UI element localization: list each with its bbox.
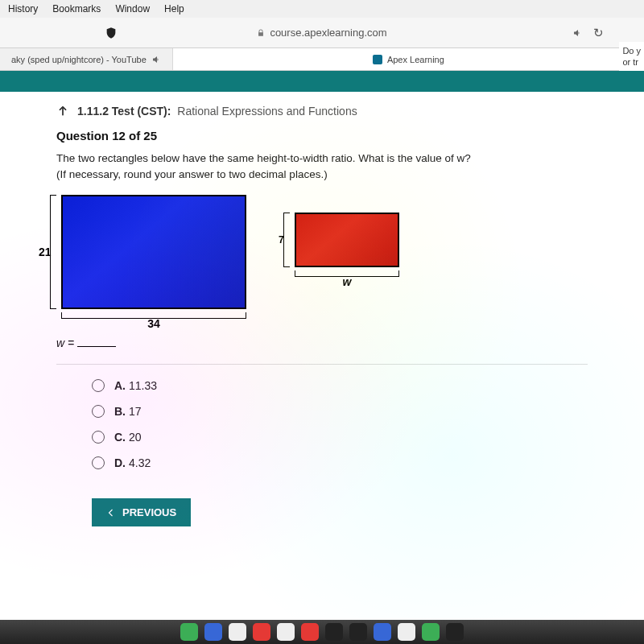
refresh-icon[interactable]: ↻ — [593, 26, 604, 40]
menubar-item-window[interactable]: Window — [115, 3, 150, 14]
option-d[interactable]: D.4.32 — [92, 456, 588, 469]
dock-item[interactable] — [446, 623, 464, 641]
red-rectangle-group: 7 w — [295, 213, 399, 267]
address-bar[interactable]: course.apexlearning.com — [257, 27, 386, 39]
red-rectangle — [295, 213, 399, 267]
radio-icon[interactable] — [92, 405, 105, 418]
question-body: The two rectangles below have the same h… — [56, 151, 475, 182]
option-b[interactable]: B.17 — [92, 405, 588, 418]
blue-height-label: 21 — [39, 195, 52, 309]
tab-label: aky (sped up/nightcore) - YouTube — [11, 55, 147, 64]
shield-icon[interactable] — [105, 27, 118, 39]
dock-item[interactable] — [374, 623, 391, 641]
red-width-label: w — [295, 275, 399, 288]
tab-bar: aky (sped up/nightcore) - YouTube Apex L… — [0, 48, 644, 71]
dock-item[interactable] — [253, 623, 270, 641]
breadcrumb: 1.11.2 Test (CST): Rational Expressions … — [56, 105, 588, 118]
speaker-icon[interactable] — [572, 28, 582, 38]
answer-blank — [77, 346, 116, 347]
mac-menubar: History Bookmarks Window Help — [0, 0, 644, 18]
blue-width-label: 34 — [61, 317, 246, 330]
menubar-item-help[interactable]: Help — [164, 3, 184, 14]
tab-apex-learning[interactable]: Apex Learning — [173, 48, 644, 70]
dock-item[interactable] — [277, 623, 295, 641]
red-height-label: 7 — [279, 213, 284, 267]
truncated-sidebar-text: Do y or tr — [619, 42, 644, 72]
radio-icon[interactable] — [92, 456, 105, 469]
tab-youtube[interactable]: aky (sped up/nightcore) - YouTube — [0, 48, 173, 70]
option-a[interactable]: A.11.33 — [92, 379, 588, 392]
lock-icon — [257, 28, 265, 38]
answer-options: A.11.33 B.17 C.20 D.4.32 — [92, 379, 588, 469]
blue-rectangle — [61, 195, 246, 309]
app-header-bar — [0, 71, 644, 92]
dock-item[interactable] — [325, 623, 343, 641]
tab-label: Apex Learning — [387, 55, 444, 64]
mac-dock — [0, 620, 644, 644]
menubar-item-bookmarks[interactable]: Bookmarks — [52, 3, 101, 14]
option-c[interactable]: C.20 — [92, 431, 588, 444]
back-arrow-icon[interactable] — [56, 105, 69, 118]
breadcrumb-code: 1.11.2 Test (CST): — [77, 105, 171, 118]
url-text: course.apexlearning.com — [270, 27, 386, 39]
previous-button[interactable]: PREVIOUS — [92, 498, 191, 526]
dock-item[interactable] — [398, 623, 415, 641]
speaker-icon[interactable] — [151, 55, 161, 64]
apex-favicon-icon — [373, 55, 382, 64]
answer-variable-line: w = — [56, 336, 588, 349]
dock-item[interactable] — [301, 623, 319, 641]
breadcrumb-title: Rational Expressions and Functions — [177, 105, 357, 118]
dock-item[interactable] — [349, 623, 367, 641]
blue-rectangle-group: 21 34 — [61, 195, 246, 309]
question-heading: Question 12 of 25 — [56, 129, 588, 142]
rectangles-diagram: 21 34 7 w — [61, 195, 588, 309]
menubar-item-history[interactable]: History — [8, 3, 38, 14]
dock-item[interactable] — [422, 623, 440, 641]
radio-icon[interactable] — [92, 379, 105, 392]
dock-item[interactable] — [204, 623, 222, 641]
dock-item[interactable] — [180, 623, 198, 641]
dock-item[interactable] — [229, 623, 246, 641]
page-content: 1.11.2 Test (CST): Rational Expressions … — [0, 71, 644, 620]
browser-toolbar: course.apexlearning.com ↻ Do y or tr — [0, 18, 644, 48]
divider — [56, 364, 588, 365]
radio-icon[interactable] — [92, 431, 105, 444]
arrow-left-icon — [106, 508, 116, 518]
